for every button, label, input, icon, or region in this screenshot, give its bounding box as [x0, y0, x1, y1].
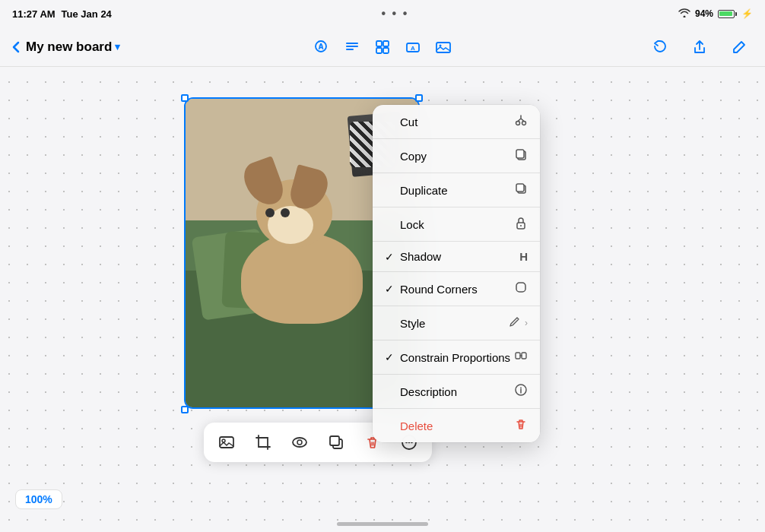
constrain-check: ✓ [385, 351, 395, 363]
toolbar-shapes-icon[interactable] [369, 33, 396, 61]
svg-rect-9 [383, 48, 389, 53]
svg-rect-8 [376, 48, 382, 53]
toolbar-search-icon[interactable]: A [308, 33, 335, 61]
svg-rect-6 [376, 41, 382, 46]
menu-item-constrain[interactable]: ✓ Constrain Proportions [373, 340, 540, 375]
toolbar-image-icon[interactable] [430, 33, 457, 61]
svg-rect-22 [516, 283, 525, 292]
svg-point-21 [520, 225, 522, 226]
svg-rect-19 [516, 184, 524, 192]
style-arrow-icon: › [525, 318, 528, 328]
home-indicator [337, 522, 428, 526]
constrain-icon [514, 349, 528, 366]
svg-rect-25 [522, 353, 526, 359]
svg-rect-32 [330, 436, 339, 445]
image-duplicate-button[interactable] [322, 429, 350, 456]
toolbar-text-box-icon[interactable]: A [399, 33, 427, 61]
share-button[interactable] [686, 33, 713, 61]
menu-item-shadow[interactable]: ✓ Shadow H [373, 242, 540, 272]
battery-level: 94% [695, 8, 713, 19]
image-visibility-button[interactable] [286, 429, 313, 456]
duplicate-icon [514, 182, 528, 198]
main-toolbar: My new board ▾ A [0, 27, 765, 67]
menu-item-copy[interactable]: Copy [373, 139, 540, 173]
menu-round-corners-label: Round Corners [400, 283, 478, 296]
handle-top-right[interactable] [415, 94, 423, 102]
delete-icon [514, 417, 528, 434]
toolbar-text-icon[interactable] [338, 33, 366, 61]
handle-top-left[interactable] [181, 94, 189, 102]
svg-point-14 [516, 122, 520, 125]
context-menu: Cut Copy Duplicate [373, 105, 540, 442]
board-title[interactable]: My new board ▾ [26, 40, 120, 55]
menu-item-duplicate[interactable]: Duplicate [373, 173, 540, 207]
svg-rect-7 [383, 41, 389, 46]
menu-shadow-label: Shadow [400, 250, 441, 263]
menu-item-round-corners[interactable]: ✓ Round Corners [373, 272, 540, 306]
cut-icon [514, 113, 528, 130]
svg-rect-24 [516, 353, 520, 359]
menu-item-style[interactable]: Style › [373, 306, 540, 340]
shadow-check: ✓ [385, 251, 395, 263]
svg-point-30 [297, 440, 302, 445]
svg-rect-12 [436, 43, 450, 52]
svg-text:A: A [411, 45, 415, 52]
svg-point-23 [511, 325, 512, 326]
svg-rect-5 [346, 49, 354, 50]
menu-item-lock[interactable]: Lock [373, 207, 540, 242]
lock-icon [514, 216, 528, 233]
undo-button[interactable] [646, 33, 674, 61]
svg-point-13 [440, 44, 442, 46]
menu-cut-label: Cut [400, 116, 417, 128]
date-display: Tue Jan 24 [62, 8, 112, 20]
handle-bottom-left[interactable] [181, 406, 189, 413]
image-replace-button[interactable] [213, 429, 240, 456]
round-corners-check: ✓ [385, 283, 395, 295]
menu-item-description[interactable]: Description [373, 375, 540, 409]
menu-constrain-label: Constrain Proportions [400, 351, 510, 364]
chevron-down-icon: ▾ [115, 41, 120, 52]
back-button[interactable] [12, 41, 20, 53]
svg-text:A: A [318, 43, 323, 51]
svg-rect-3 [346, 43, 358, 44]
svg-point-29 [293, 438, 306, 447]
menu-duplicate-label: Duplicate [400, 184, 448, 197]
svg-point-15 [522, 122, 526, 125]
wifi-icon [678, 8, 690, 20]
menu-lock-label: Lock [400, 218, 424, 231]
svg-rect-17 [516, 150, 524, 158]
svg-rect-4 [346, 46, 358, 47]
zoom-label: 100% [25, 493, 52, 505]
status-bar: 11:27 AM Tue Jan 24 • • • 94% ⚡ [0, 0, 765, 27]
charging-icon: ⚡ [741, 8, 753, 19]
time-display: 11:27 AM [12, 8, 56, 20]
style-icon [508, 315, 522, 331]
zoom-indicator[interactable]: 100% [15, 489, 62, 509]
menu-copy-label: Copy [400, 150, 427, 163]
round-corners-icon [514, 280, 528, 297]
menu-description-label: Description [400, 385, 457, 398]
image-crop-button[interactable] [249, 429, 277, 456]
menu-item-delete[interactable]: Delete [373, 409, 540, 442]
menu-delete-label: Delete [400, 420, 433, 432]
menu-item-cut[interactable]: Cut [373, 105, 540, 139]
shadow-icon: H [519, 250, 528, 263]
description-icon [514, 383, 528, 400]
three-dots-indicator: • • • [382, 7, 409, 21]
battery-icon [718, 10, 737, 18]
copy-icon [514, 147, 528, 164]
menu-style-label: Style [400, 317, 425, 330]
edit-button[interactable] [725, 33, 753, 61]
